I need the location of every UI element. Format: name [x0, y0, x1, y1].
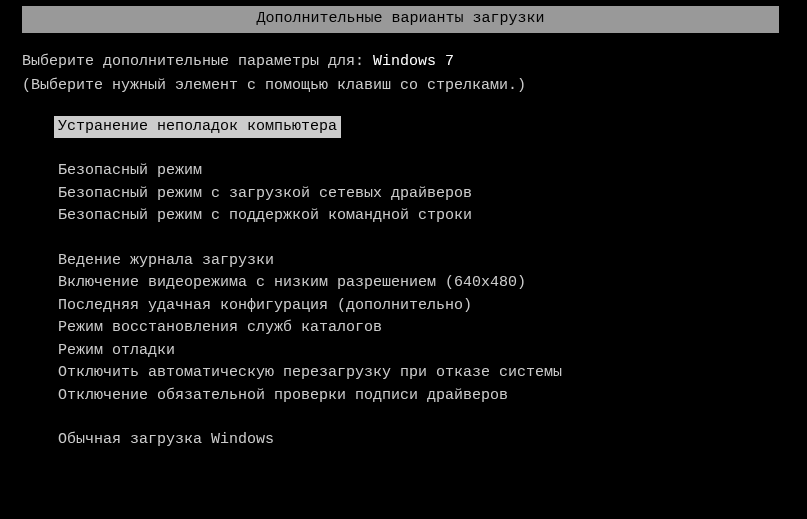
menu-item-disable-auto-restart[interactable]: Отключить автоматическую перезагрузку пр… — [58, 362, 807, 385]
menu-item-last-known-good[interactable]: Последняя удачная конфигурация (дополнит… — [58, 295, 807, 318]
header-section: Выберите дополнительные параметры для: W… — [0, 33, 807, 98]
menu-item-label: Отключение обязательной проверки подписи… — [58, 387, 508, 404]
menu-item-label: Ведение журнала загрузки — [58, 252, 274, 269]
menu-item-label: Отключить автоматическую перезагрузку пр… — [58, 364, 562, 381]
menu-item-label: Обычная загрузка Windows — [58, 431, 274, 448]
prompt-prefix: Выберите дополнительные параметры для: — [22, 53, 373, 70]
menu-group: Устранение неполадок компьютера — [58, 116, 807, 139]
menu-item-debug-mode[interactable]: Режим отладки — [58, 340, 807, 363]
menu-item-label: Режим восстановления служб каталогов — [58, 319, 382, 336]
menu-item-low-res-video[interactable]: Включение видеорежима с низким разрешени… — [58, 272, 807, 295]
menu-item-safe-mode-cmd[interactable]: Безопасный режим с поддержкой командной … — [58, 205, 807, 228]
menu-item-safe-mode-networking[interactable]: Безопасный режим с загрузкой сетевых дра… — [58, 183, 807, 206]
menu-item-label: Включение видеорежима с низким разрешени… — [58, 274, 526, 291]
prompt-line: Выберите дополнительные параметры для: W… — [22, 51, 807, 74]
os-name: Windows 7 — [373, 53, 454, 70]
menu-group: Безопасный режим Безопасный режим с загр… — [58, 160, 807, 228]
menu-item-safe-mode[interactable]: Безопасный режим — [58, 160, 807, 183]
menu-item-label: Режим отладки — [58, 342, 175, 359]
boot-options-menu[interactable]: Устранение неполадок компьютера Безопасн… — [0, 116, 807, 452]
menu-item-start-normally[interactable]: Обычная загрузка Windows — [58, 429, 807, 452]
title-bar: Дополнительные варианты загрузки — [22, 6, 779, 33]
menu-item-label: Безопасный режим с поддержкой командной … — [58, 207, 472, 224]
menu-group: Обычная загрузка Windows — [58, 429, 807, 452]
menu-item-repair[interactable]: Устранение неполадок компьютера — [54, 116, 341, 139]
menu-item-label: Безопасный режим — [58, 162, 202, 179]
boot-menu-screen: Дополнительные варианты загрузки Выберит… — [0, 6, 807, 452]
menu-item-label: Последняя удачная конфигурация (дополнит… — [58, 297, 472, 314]
menu-item-label: Устранение неполадок компьютера — [58, 118, 337, 135]
page-title: Дополнительные варианты загрузки — [256, 10, 544, 27]
menu-group: Ведение журнала загрузки Включение видео… — [58, 250, 807, 408]
menu-item-ds-restore[interactable]: Режим восстановления служб каталогов — [58, 317, 807, 340]
instruction-line: (Выберите нужный элемент с помощью клави… — [22, 75, 807, 98]
menu-item-label: Безопасный режим с загрузкой сетевых дра… — [58, 185, 472, 202]
menu-item-disable-driver-sig[interactable]: Отключение обязательной проверки подписи… — [58, 385, 807, 408]
menu-item-boot-logging[interactable]: Ведение журнала загрузки — [58, 250, 807, 273]
